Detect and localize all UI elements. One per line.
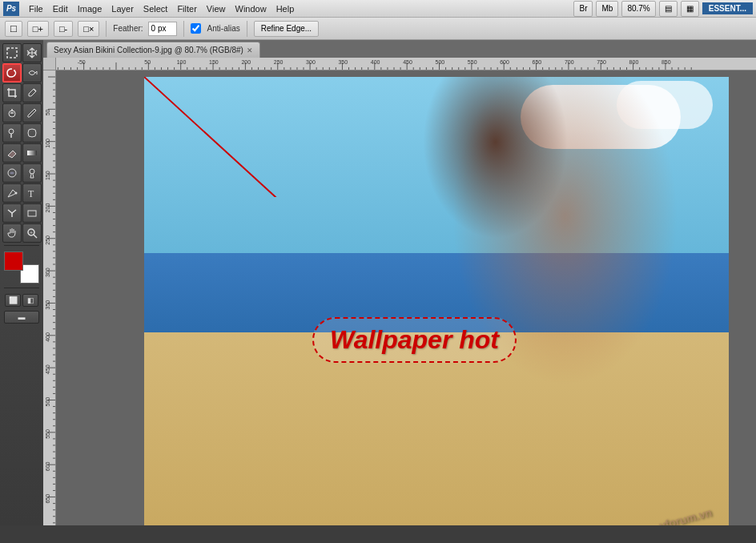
menu-bar: Ps File Edit Image Layer Select Filter V… — [0, 0, 756, 18]
vertical-ruler — [43, 70, 56, 525]
menu-file[interactable]: File — [24, 2, 48, 15]
screen-mode-row: ▬ — [4, 311, 39, 324]
separator-1 — [106, 21, 107, 37]
menu-image[interactable]: Image — [73, 2, 107, 15]
menu-window[interactable]: Window — [231, 2, 271, 15]
document-tab[interactable]: Sexy Asian Bikini Collection-9.jpg @ 80.… — [46, 42, 260, 58]
zoom-dropdown[interactable]: 80.7 % — [621, 1, 655, 17]
options-bar: □ □+ □- □× Feather: Anti-alias Refine Ed… — [0, 18, 756, 40]
tool-row-8: T — [2, 183, 42, 203]
history-brush-tool[interactable] — [22, 123, 42, 143]
swatch-separator — [4, 288, 39, 288]
brush-tool[interactable] — [22, 103, 42, 123]
pen-tool[interactable] — [2, 183, 22, 203]
antialias-label: Anti-alias — [207, 24, 240, 33]
menu-edit[interactable]: Edit — [48, 2, 73, 15]
vertical-ruler-canvas — [43, 70, 56, 525]
tool-row-7 — [2, 163, 42, 183]
svg-point-1 — [14, 70, 15, 71]
crop-tool[interactable] — [2, 83, 22, 103]
add-selection-btn[interactable]: □+ — [27, 21, 49, 37]
menu-view[interactable]: View — [202, 2, 231, 15]
mode-buttons: ⬜ ◧ — [5, 294, 38, 307]
svg-rect-0 — [7, 48, 17, 58]
clone-stamp-tool[interactable] — [2, 123, 22, 143]
move-tool[interactable] — [22, 43, 42, 62]
mini-bridge-button[interactable]: Mb — [596, 1, 618, 17]
menu-layer[interactable]: Layer — [107, 2, 139, 15]
feather-label: Feather: — [113, 24, 143, 33]
layout-button[interactable]: ▤ — [659, 1, 678, 17]
shape-tool[interactable] — [22, 203, 42, 223]
blur-tool[interactable] — [2, 163, 22, 183]
svg-point-6 — [30, 169, 34, 174]
path-selection-tool[interactable] — [2, 203, 22, 223]
canvas-area: Sexy Asian Bikini Collection-9.jpg @ 80.… — [43, 40, 756, 525]
tool-row-9 — [2, 203, 42, 223]
ruler-corner — [43, 58, 56, 70]
horizontal-ruler — [56, 58, 756, 70]
svg-line-11 — [34, 235, 37, 238]
bridge-button[interactable]: Br — [573, 1, 593, 17]
svg-point-7 — [14, 192, 17, 195]
wallpaper-label: Wallpaper hot — [312, 317, 517, 363]
tool-row-1 — [2, 43, 42, 62]
ps-logo: Ps — [3, 2, 19, 16]
tab-close-button[interactable]: ✕ — [247, 46, 253, 54]
type-tool[interactable]: T — [22, 183, 42, 203]
toolbox: T + ⬜ ◧ — [0, 40, 43, 525]
eraser-tool[interactable] — [2, 143, 22, 163]
hand-tool[interactable] — [2, 223, 22, 243]
foreground-color-swatch[interactable] — [4, 251, 23, 271]
subtract-selection-btn[interactable]: □- — [54, 21, 73, 37]
separator-2 — [183, 21, 184, 37]
color-swatches[interactable] — [4, 251, 39, 284]
essentials-button[interactable]: ESSENT... — [702, 2, 753, 14]
eyedropper-tool[interactable] — [22, 83, 42, 103]
canvas-inner: Wallpaper hot vforum.vn — [56, 70, 756, 525]
canvas-container: Wallpaper hot vforum.vn — [43, 58, 756, 525]
feather-input[interactable] — [148, 22, 177, 36]
lasso-tool[interactable] — [2, 63, 22, 82]
svg-text:T: T — [28, 188, 34, 199]
quick-mask-btn[interactable]: ◧ — [22, 294, 38, 307]
menu-filter[interactable]: Filter — [172, 2, 201, 15]
zoom-tool[interactable]: + — [22, 223, 42, 243]
tool-row-10: + — [2, 223, 42, 243]
menu-help[interactable]: Help — [271, 2, 300, 15]
standard-mode-btn[interactable]: ⬜ — [5, 294, 21, 307]
svg-rect-4 — [27, 151, 37, 155]
horizontal-ruler-canvas — [56, 58, 756, 70]
marquee-tool[interactable] — [2, 43, 22, 62]
tab-title: Sexy Asian Bikini Collection-9.jpg @ 80.… — [54, 46, 243, 54]
tool-row-2 — [2, 63, 42, 82]
gradient-tool[interactable] — [22, 143, 42, 163]
spot-healing-tool[interactable] — [2, 103, 22, 123]
svg-point-2 — [9, 111, 15, 117]
quick-selection-tool[interactable] — [22, 63, 42, 82]
tool-row-3 — [2, 83, 42, 103]
svg-rect-9 — [28, 211, 36, 216]
photo-canvas: Wallpaper hot vforum.vn — [144, 77, 729, 525]
wallpaper-text: Wallpaper hot — [330, 325, 499, 354]
tool-row-6 — [2, 143, 42, 163]
intersect-selection-btn[interactable]: □× — [78, 21, 99, 37]
toolbox-separator — [4, 245, 39, 246]
new-selection-btn[interactable]: □ — [5, 21, 22, 37]
svg-text:+: + — [30, 230, 33, 235]
canvas-scroll-area[interactable]: Wallpaper hot vforum.vn — [56, 70, 756, 525]
dodge-tool[interactable] — [22, 163, 42, 183]
refine-edge-button[interactable]: Refine Edge... — [254, 21, 319, 37]
main-area: T + ⬜ ◧ — [0, 40, 756, 525]
antialias-checkbox[interactable] — [191, 23, 201, 34]
tool-row-4 — [2, 103, 42, 123]
tool-row-5 — [2, 123, 42, 143]
arrange-button[interactable]: ▦ — [681, 1, 699, 17]
tab-bar: Sexy Asian Bikini Collection-9.jpg @ 80.… — [43, 40, 756, 58]
screen-mode-btn[interactable]: ▬ — [4, 311, 39, 324]
menu-select[interactable]: Select — [139, 2, 173, 15]
separator-3 — [247, 21, 247, 37]
svg-point-3 — [9, 129, 14, 134]
